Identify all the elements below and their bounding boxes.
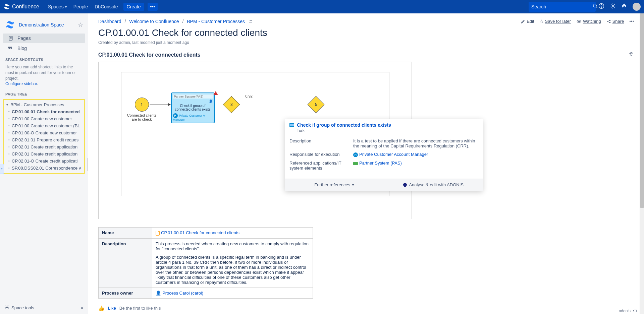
scrollbar-track[interactable] <box>640 13 644 314</box>
space-header: Demonstration Space ☆ <box>0 17 88 33</box>
analyse-adonis-button[interactable]: Analyse & edit with ADONIS <box>384 179 483 191</box>
popup-title: Check if group of connected clients exis… <box>297 122 391 128</box>
table-link[interactable]: Process Carol (carol) <box>162 291 203 296</box>
edge-label: 0.92 <box>246 94 253 98</box>
diagram-frame: 1 Connected clients are to check Partner… <box>98 62 412 219</box>
caret-down-icon[interactable]: ▾ <box>6 103 10 107</box>
space-tools-link[interactable]: Space tools <box>11 305 34 310</box>
search-box[interactable] <box>529 2 596 12</box>
svg-point-3 <box>601 7 602 8</box>
more-actions-icon[interactable]: ••• <box>629 19 634 24</box>
tree-root-item[interactable]: ▾ BPM - Customer Processes <box>4 101 84 108</box>
confluence-logo-icon <box>3 3 10 10</box>
configure-sidebar-link[interactable]: Configure sidebar <box>5 81 37 86</box>
brand[interactable]: Confluence <box>3 3 39 10</box>
svg-point-11 <box>607 21 608 21</box>
bpmn-gateway[interactable]: 3 <box>223 96 240 113</box>
shortcuts-label: SPACE SHORTCUTS <box>0 54 88 63</box>
tree-item[interactable]: CP.02.01-O Create credit applicati <box>4 158 84 165</box>
scrollbar-thumb[interactable] <box>640 13 644 208</box>
person-icon: 👤 <box>156 291 161 296</box>
refresh-icon[interactable] <box>629 52 634 58</box>
page-title: CP.01.00.01 Check for connected clients <box>98 27 634 38</box>
tree-item[interactable]: CP.02.01.01 Prepare credit reques <box>4 136 84 143</box>
popup-link[interactable]: Partner System (PAS) <box>359 161 402 166</box>
warning-icon <box>213 91 218 95</box>
breadcrumb-link[interactable]: BPM - Customer Processes <box>187 19 245 24</box>
tree-item[interactable]: CP.01.00 Create new customer (BL <box>4 122 84 129</box>
share-action[interactable]: Share <box>606 19 624 24</box>
space-logo-icon <box>5 19 15 30</box>
popup-subtitle: Task <box>285 128 483 136</box>
table-row: Name CP.01.00.01 Check for connected cli… <box>99 228 313 239</box>
tree-item[interactable]: CP.01.00 Create new customer <box>4 115 84 122</box>
tree-item[interactable]: CP.01.00.01 Check for connected <box>4 108 84 115</box>
sidebar: » Demonstration Space ☆ Pages 99 Blog SP… <box>0 13 88 314</box>
bottom-tag[interactable]: adonis 🏷 <box>617 308 639 314</box>
top-nav: Confluence Spaces People DbConsole Creat… <box>0 0 644 13</box>
tag-icon[interactable]: 🏷 <box>633 309 637 313</box>
nav-people[interactable]: People <box>70 0 92 13</box>
section-title: CP.01.00.01 Check for connected clients <box>98 52 629 58</box>
role-badge-icon: R <box>353 152 358 157</box>
svg-point-10 <box>578 21 580 22</box>
search-input[interactable] <box>531 4 590 9</box>
sidebar-pages[interactable]: Pages <box>3 34 85 43</box>
svg-point-12 <box>609 20 610 20</box>
svg-line-14 <box>608 20 609 21</box>
tree-item[interactable]: CP.01.00-O Create new customer <box>4 129 84 136</box>
info-table: Name CP.01.00.01 Check for connected cli… <box>98 227 313 299</box>
like-link[interactable]: Like <box>108 306 116 311</box>
help-icon[interactable] <box>596 3 607 10</box>
bpmn-start-event[interactable]: 1 <box>135 98 149 112</box>
breadcrumb-link[interactable]: Dashboard <box>98 19 121 24</box>
star-icon[interactable]: ☆ <box>78 21 83 28</box>
table-header: Process owner <box>99 288 152 298</box>
page-meta: Created by admin, last modified just a m… <box>98 40 634 45</box>
table-row: Process owner 👤Process Carol (carol) <box>99 288 313 298</box>
bpmn-task-selected[interactable]: Partner System (PAS) 👤 Check if group of… <box>171 92 215 123</box>
svg-point-9 <box>6 307 8 308</box>
thumb-up-icon[interactable]: 👍 <box>98 305 105 311</box>
table-cell: This process is needed when creating new… <box>152 238 313 288</box>
watching-action[interactable]: Watching <box>576 19 601 24</box>
nav-dbconsole[interactable]: DbConsole <box>91 0 121 13</box>
page-tree-highlighted: ▾ BPM - Customer Processes CP.01.00.01 C… <box>3 99 85 174</box>
table-header: Description <box>99 238 152 288</box>
create-button[interactable]: Create <box>123 3 144 11</box>
popup-field-label: Responsible for execution <box>289 152 353 157</box>
table-link[interactable]: CP.01.00.01 Check for connected clients <box>161 230 239 235</box>
bpmn-gateway[interactable]: 5 <box>307 96 324 113</box>
space-name-link[interactable]: Demonstration Space <box>19 22 78 27</box>
tree-item[interactable]: CP.02.01 Create credit application <box>4 143 84 150</box>
save-later-action[interactable]: ☆ Save for later <box>540 19 571 24</box>
user-avatar[interactable] <box>633 3 641 11</box>
collapse-sidebar-icon[interactable]: « <box>81 305 83 310</box>
table-header: Name <box>99 228 152 239</box>
tree-item[interactable]: SP.08.DSS02.01 Correspondence v <box>4 165 84 172</box>
settings-icon[interactable] <box>607 3 619 10</box>
task-type-icon <box>289 123 294 127</box>
folder-icon[interactable] <box>248 19 253 24</box>
chevron-down-icon: ▾ <box>352 183 354 187</box>
document-icon <box>156 231 160 236</box>
shortcuts-hint: Here you can add shortcut links to the m… <box>0 63 88 88</box>
nav-more-button[interactable]: ••• <box>148 3 158 11</box>
tree-item[interactable]: CP.02.01 Create credit application <box>4 150 84 158</box>
main-content: Dashboard / Welcome to Confluence / BPM … <box>88 13 644 314</box>
gear-icon[interactable] <box>5 305 9 311</box>
svg-point-4 <box>612 5 614 7</box>
breadcrumb-link[interactable]: Welcome to Confluence <box>129 19 179 24</box>
notifications-icon[interactable] <box>619 3 630 10</box>
like-row: 👍 Like Be the first to like this <box>98 305 634 311</box>
pages-icon <box>8 36 15 41</box>
popup-link[interactable]: Private Customer Account Manager <box>359 152 428 157</box>
nav-spaces[interactable]: Spaces <box>45 0 70 13</box>
popup-field-value: It is a test to be applied if there are … <box>353 138 478 148</box>
element-popup: Check if group of connected clients exis… <box>285 119 483 191</box>
edit-action[interactable]: Edit <box>521 19 534 24</box>
further-references-button[interactable]: Further references ▾ <box>285 179 384 191</box>
like-hint: Be the first to like this <box>119 306 161 311</box>
popup-field-label: Description <box>289 138 353 148</box>
sidebar-blog[interactable]: 99 Blog <box>3 44 85 53</box>
